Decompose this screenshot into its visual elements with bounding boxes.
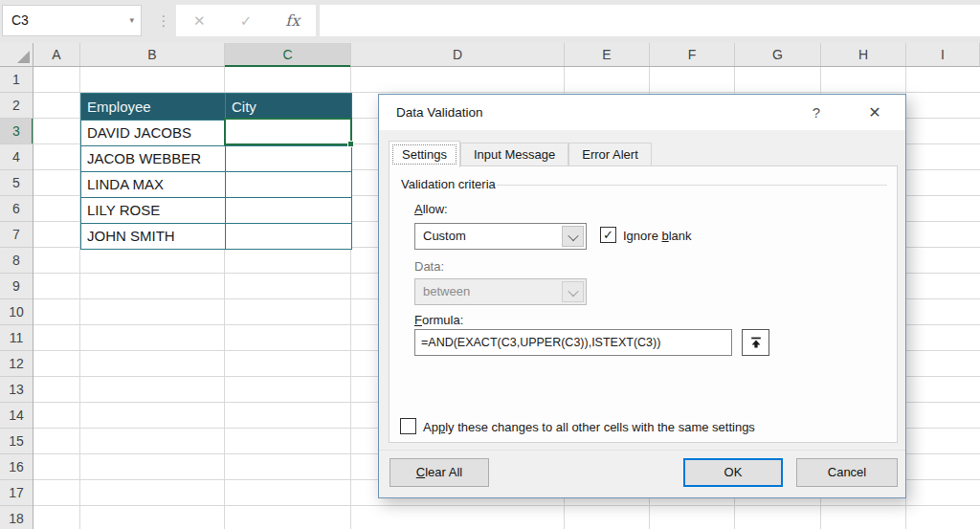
apply-changes-label: Apply these changes to all other cells w… (423, 420, 755, 434)
column-header-E[interactable]: E (565, 43, 650, 66)
settings-tab-page: Validation criteria Allow: Custom ✓ Igno… (389, 165, 898, 443)
name-box-value: C3 (11, 12, 29, 28)
formula-bar-row: C3 ▾ ⋮ ✕ ✓ fx (0, 0, 980, 43)
formula-bar-buttons: ✕ ✓ fx (176, 5, 316, 36)
tab-focus-rect (392, 144, 457, 165)
cell-employee[interactable]: LILY ROSE (81, 198, 225, 223)
row-header-9[interactable]: 9 (0, 274, 33, 299)
ignore-blank-label: Ignore blank (623, 229, 692, 243)
apply-changes-checkbox[interactable] (400, 418, 416, 434)
active-cell-C3[interactable] (224, 118, 352, 145)
column-headers: ABCDEFGHI (33, 43, 980, 67)
table-header-employee[interactable]: Employee (81, 94, 225, 120)
formula-field[interactable] (414, 329, 732, 356)
row-header-6[interactable]: 6 (0, 196, 33, 222)
chevron-down-icon (568, 231, 578, 241)
table-row: JACOB WEBBER (81, 145, 351, 171)
cell-employee[interactable]: LINDA MAX (81, 172, 225, 197)
tab-input-message-label: Input Message (474, 147, 555, 162)
column-header-G[interactable]: G (735, 43, 821, 66)
cancel-button[interactable]: Cancel (796, 458, 898, 487)
group-divider (497, 185, 887, 186)
data-validation-dialog: Data Validation ? ✕ Settings Input Messa… (378, 94, 906, 498)
column-header-C[interactable]: C (225, 43, 351, 66)
dialog-title-bar[interactable]: Data Validation ? ✕ (379, 95, 905, 130)
column-header-B[interactable]: B (80, 43, 225, 66)
validation-criteria-label: Validation criteria (401, 177, 496, 191)
row-header-11[interactable]: 11 (0, 325, 33, 351)
cell-city[interactable] (225, 146, 351, 171)
dialog-title: Data Validation (396, 95, 483, 130)
tab-error-alert-label: Error Alert (582, 147, 638, 162)
allow-dropdown[interactable]: Custom (414, 223, 587, 250)
ok-button[interactable]: OK (683, 458, 783, 487)
table-header-city[interactable]: City (225, 94, 351, 120)
collapse-dialog-button[interactable] (742, 329, 769, 356)
select-all-button[interactable] (0, 43, 33, 67)
column-header-A[interactable]: A (33, 43, 80, 66)
clear-all-button[interactable]: Clear All (390, 458, 489, 487)
insert-function-icon[interactable]: fx (269, 11, 316, 30)
row-header-13[interactable]: 13 (0, 377, 33, 403)
row-header-5[interactable]: 5 (0, 170, 33, 196)
formula-bar-separator-dots-icon: ⋮ (153, 5, 174, 36)
employee-city-table: Employee City DAVID JACOBSJACOB WEBBERLI… (80, 93, 352, 250)
data-dropdown: between (414, 278, 587, 305)
formula-bar-input[interactable] (320, 5, 980, 36)
fill-handle[interactable] (347, 141, 354, 147)
allow-label: Allow: (414, 202, 448, 216)
row-header-8[interactable]: 8 (0, 248, 33, 274)
cancel-entry-icon[interactable]: ✕ (176, 12, 223, 30)
allow-dropdown-value: Custom (423, 224, 466, 249)
select-all-triangle-icon (17, 51, 30, 63)
row-header-4[interactable]: 4 (0, 144, 33, 170)
row-header-12[interactable]: 12 (0, 351, 33, 377)
row-header-10[interactable]: 10 (0, 299, 33, 325)
tab-error-alert[interactable]: Error Alert (568, 143, 652, 166)
cell-employee[interactable]: JACOB WEBBER (81, 146, 225, 171)
row-headers: 123456789101112131415161718 (0, 67, 33, 529)
column-header-F[interactable]: F (650, 43, 735, 66)
column-header-I[interactable]: I (906, 43, 980, 66)
help-icon[interactable]: ? (802, 95, 831, 130)
row-header-17[interactable]: 17 (0, 480, 33, 506)
row-header-2[interactable]: 2 (0, 93, 33, 119)
close-icon[interactable]: ✕ (858, 95, 892, 130)
column-header-D[interactable]: D (351, 43, 565, 66)
cell-employee[interactable]: JOHN SMITH (81, 224, 225, 249)
row-header-14[interactable]: 14 (0, 403, 33, 429)
row-header-1[interactable]: 1 (0, 67, 33, 93)
cell-city[interactable] (225, 198, 351, 223)
tab-input-message[interactable]: Input Message (460, 143, 568, 166)
dialog-footer-divider (379, 450, 905, 451)
row-header-18[interactable]: 18 (0, 506, 33, 529)
dialog-tab-strip: Settings Input Message Error Alert (389, 140, 652, 166)
confirm-entry-icon[interactable]: ✓ (223, 12, 270, 30)
collapse-dialog-icon (748, 335, 764, 350)
table-row: JOHN SMITH (81, 223, 351, 249)
row-header-3[interactable]: 3 (0, 119, 33, 144)
table-row: LILY ROSE (81, 197, 351, 223)
name-box[interactable]: C3 ▾ (2, 5, 142, 36)
cell-city[interactable] (225, 172, 351, 197)
data-label: Data: (414, 259, 444, 274)
formula-label: Formula: (414, 313, 463, 327)
table-header-row: Employee City (81, 94, 351, 120)
data-dropdown-button (562, 281, 584, 302)
gridline (33, 505, 980, 506)
tab-settings[interactable]: Settings (389, 141, 460, 167)
cell-city[interactable] (225, 224, 351, 249)
chevron-down-icon (568, 286, 578, 297)
column-header-H[interactable]: H (821, 43, 906, 66)
data-dropdown-value: between (423, 279, 470, 304)
excel-window: C3 ▾ ⋮ ✕ ✓ fx ABCDEFGHI 1234567891011121… (0, 0, 980, 529)
row-header-15[interactable]: 15 (0, 429, 33, 454)
cell-employee[interactable]: DAVID JACOBS (81, 121, 225, 145)
name-box-dropdown-icon[interactable]: ▾ (129, 6, 134, 35)
row-header-16[interactable]: 16 (0, 454, 33, 480)
row-header-7[interactable]: 7 (0, 222, 33, 248)
ignore-blank-checkbox[interactable]: ✓ (600, 227, 616, 243)
table-row: LINDA MAX (81, 171, 351, 197)
allow-dropdown-button[interactable] (562, 226, 584, 247)
